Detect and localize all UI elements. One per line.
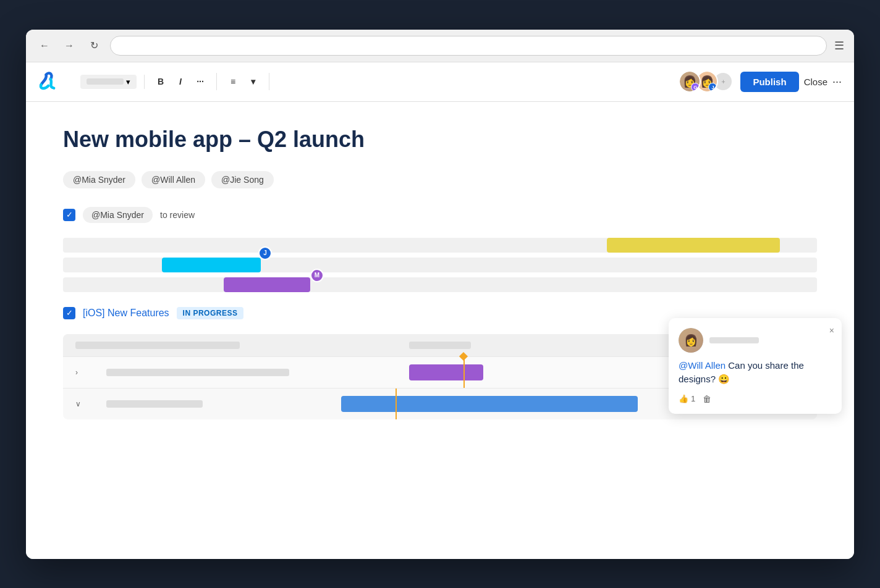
gantt-section: J M [63, 238, 817, 292]
align-section: ≡ ▾ [217, 73, 269, 90]
collaborators-group: 👩 G 👩 J + [679, 70, 733, 93]
thumbs-up-icon: 👍 [679, 394, 688, 403]
align-arrow-button[interactable]: ▾ [244, 73, 261, 90]
grid-header-cell-1 [75, 342, 240, 349]
ios-task-row: [iOS] New Features IN PROGRESS [63, 307, 817, 319]
task-checkbox[interactable] [63, 209, 75, 221]
avatar-marker-j: J [258, 246, 272, 260]
page-title: New mobile app – Q2 launch [63, 127, 817, 153]
content-area: New mobile app – Q2 launch @Mia Snyder @… [26, 102, 854, 559]
avatar-badge-j: J [708, 83, 717, 91]
comment-avatar: 👩 [679, 328, 703, 353]
task-row: @Mia Snyder to review [63, 207, 817, 223]
italic-button[interactable]: I [172, 73, 189, 90]
avatar-g: 👩 G [679, 70, 701, 93]
comment-body: @Will Allen Can you share the designs? 😀 [679, 359, 832, 387]
like-count: 1 [691, 394, 695, 403]
task-assignee[interactable]: @Mia Snyder [83, 207, 153, 223]
ios-checkbox[interactable] [63, 307, 75, 319]
align-button[interactable]: ≡ [224, 73, 242, 90]
forward-button[interactable]: → [61, 37, 78, 54]
text-style-section: ▾ [73, 75, 145, 89]
format-section: B I ··· [145, 73, 217, 90]
browser-window: ← → ↻ ☰ ▾ B I ··· ≡ [26, 30, 854, 559]
row-bar-purple [409, 364, 483, 380]
mention-jie[interactable]: @Jie Song [211, 171, 274, 188]
gantt-row-2: J [63, 258, 817, 272]
comment-actions: 👍 1 🗑 [679, 394, 832, 404]
mentions-row: @Mia Snyder @Will Allen @Jie Song [63, 171, 817, 188]
ios-task-label[interactable]: [iOS] New Features [83, 308, 169, 319]
browser-chrome: ← → ↻ ☰ [26, 30, 854, 62]
row-bar-blue [341, 396, 638, 412]
text-style-dropdown[interactable]: ▾ [80, 75, 137, 89]
today-marker-2 [396, 388, 397, 419]
gantt-bar-cyan [162, 258, 261, 272]
row-expander-1[interactable]: › [75, 368, 100, 377]
more-format-button[interactable]: ··· [192, 73, 209, 90]
in-progress-badge: IN PROGRESS [177, 307, 244, 319]
close-button[interactable]: Close [804, 77, 827, 87]
today-marker [463, 357, 465, 388]
hamburger-icon[interactable]: ☰ [834, 39, 844, 52]
row-expander-2[interactable]: ∨ [75, 400, 100, 408]
gantt-row-3: M [63, 277, 817, 292]
avatar-badge-g: G [691, 83, 700, 91]
row-label-1 [106, 369, 289, 376]
avatar-marker-m: M [310, 269, 324, 282]
back-button[interactable]: ← [36, 37, 53, 54]
logo [38, 69, 61, 94]
task-action: to review [160, 210, 195, 220]
gantt-row-1 [63, 238, 817, 253]
publish-button[interactable]: Publish [740, 72, 798, 92]
commenter-avatar-icon: 👩 [679, 328, 703, 353]
comment-close-button[interactable]: × [829, 326, 834, 335]
url-bar[interactable] [110, 36, 827, 56]
comment-mention[interactable]: @Will Allen [679, 360, 726, 371]
refresh-button[interactable]: ↻ [85, 37, 103, 54]
gantt-bar-yellow [607, 238, 780, 253]
more-options-button[interactable]: ··· [832, 75, 842, 88]
gantt-bar-purple [224, 277, 310, 292]
comment-username-bar [709, 337, 759, 343]
delete-button[interactable]: 🗑 [703, 394, 711, 404]
row-label-2 [106, 400, 203, 408]
grid-header-cell-2 [409, 342, 471, 349]
mention-mia[interactable]: @Mia Snyder [63, 171, 135, 188]
comment-popup: × 👩 @Will Allen Can you share the design… [669, 318, 842, 414]
like-button[interactable]: 👍 1 [679, 394, 695, 403]
confluence-logo-icon [38, 69, 61, 91]
comment-header: 👩 [679, 328, 832, 353]
bold-button[interactable]: B [152, 73, 169, 90]
chevron-down-icon: ▾ [126, 77, 130, 86]
app-toolbar: ▾ B I ··· ≡ ▾ 👩 G 👩 J + P [26, 62, 854, 102]
mention-will[interactable]: @Will Allen [142, 171, 205, 188]
